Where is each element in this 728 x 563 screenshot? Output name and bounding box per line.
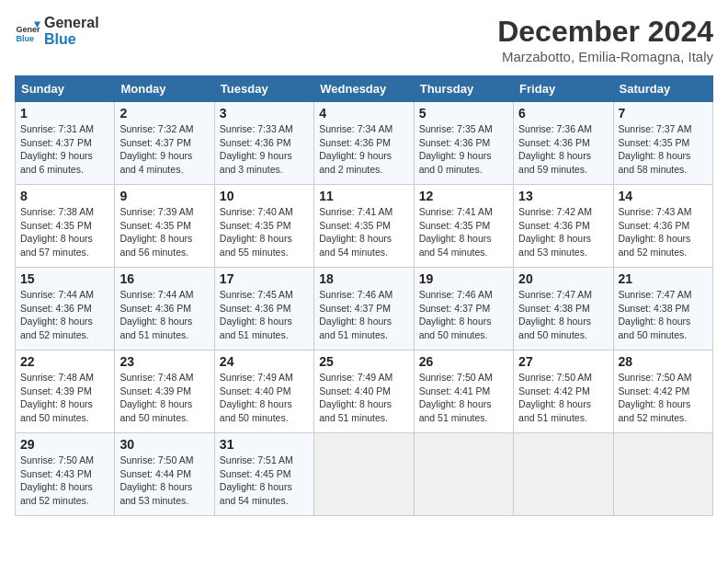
logo-icon: General Blue	[15, 18, 40, 44]
day-info: Sunrise: 7:49 AMSunset: 4:40 PMDaylight:…	[220, 371, 309, 425]
day-number: 26	[419, 354, 508, 369]
day-info: Sunrise: 7:49 AMSunset: 4:40 PMDaylight:…	[319, 371, 408, 425]
day-info: Sunrise: 7:46 AMSunset: 4:37 PMDaylight:…	[319, 288, 408, 342]
calendar-cell: 25Sunrise: 7:49 AMSunset: 4:40 PMDayligh…	[314, 350, 414, 433]
calendar-cell: 15Sunrise: 7:44 AMSunset: 4:36 PMDayligh…	[16, 268, 115, 350]
calendar-cell: 9Sunrise: 7:39 AMSunset: 4:35 PMDaylight…	[115, 185, 214, 268]
day-number: 6	[518, 106, 608, 121]
day-number: 4	[319, 106, 408, 121]
day-info: Sunrise: 7:50 AMSunset: 4:42 PMDaylight:…	[518, 371, 608, 425]
calendar-cell	[514, 433, 613, 516]
calendar-cell: 10Sunrise: 7:40 AMSunset: 4:35 PMDayligh…	[214, 185, 313, 268]
calendar-cell: 23Sunrise: 7:48 AMSunset: 4:39 PMDayligh…	[115, 350, 214, 433]
calendar-cell: 2Sunrise: 7:32 AMSunset: 4:37 PMDaylight…	[115, 102, 214, 185]
logo-text: General	[44, 15, 99, 31]
calendar-week-row: 8Sunrise: 7:38 AMSunset: 4:35 PMDaylight…	[16, 185, 713, 268]
calendar-cell: 16Sunrise: 7:44 AMSunset: 4:36 PMDayligh…	[115, 268, 214, 350]
day-info: Sunrise: 7:50 AMSunset: 4:44 PMDaylight:…	[119, 454, 209, 508]
day-number: 22	[20, 354, 109, 369]
weekday-header-friday: Friday	[514, 76, 613, 102]
day-info: Sunrise: 7:47 AMSunset: 4:38 PMDaylight:…	[518, 288, 608, 342]
day-number: 27	[518, 354, 608, 369]
day-number: 18	[319, 271, 408, 286]
calendar-cell: 1Sunrise: 7:31 AMSunset: 4:37 PMDaylight…	[16, 102, 115, 185]
calendar-cell: 24Sunrise: 7:49 AMSunset: 4:40 PMDayligh…	[214, 350, 313, 433]
day-number: 15	[20, 271, 109, 286]
calendar-cell: 14Sunrise: 7:43 AMSunset: 4:36 PMDayligh…	[613, 185, 712, 268]
calendar-cell: 31Sunrise: 7:51 AMSunset: 4:45 PMDayligh…	[214, 433, 313, 516]
day-info: Sunrise: 7:35 AMSunset: 4:36 PMDaylight:…	[419, 122, 508, 177]
calendar-cell: 13Sunrise: 7:42 AMSunset: 4:36 PMDayligh…	[514, 185, 613, 268]
day-number: 30	[119, 437, 209, 452]
day-info: Sunrise: 7:48 AMSunset: 4:39 PMDaylight:…	[20, 371, 109, 425]
day-info: Sunrise: 7:44 AMSunset: 4:36 PMDaylight:…	[119, 288, 209, 342]
month-title: December 2024	[497, 15, 713, 49]
day-info: Sunrise: 7:32 AMSunset: 4:37 PMDaylight:…	[119, 122, 209, 177]
calendar-cell: 17Sunrise: 7:45 AMSunset: 4:36 PMDayligh…	[214, 268, 313, 350]
calendar-cell: 3Sunrise: 7:33 AMSunset: 4:36 PMDaylight…	[214, 102, 313, 185]
day-info: Sunrise: 7:46 AMSunset: 4:37 PMDaylight:…	[419, 288, 508, 342]
calendar-cell: 11Sunrise: 7:41 AMSunset: 4:35 PMDayligh…	[314, 185, 414, 268]
day-info: Sunrise: 7:44 AMSunset: 4:36 PMDaylight:…	[20, 288, 109, 342]
day-number: 29	[20, 437, 109, 452]
day-info: Sunrise: 7:50 AMSunset: 4:41 PMDaylight:…	[419, 371, 508, 425]
calendar-cell: 22Sunrise: 7:48 AMSunset: 4:39 PMDayligh…	[16, 350, 115, 433]
day-info: Sunrise: 7:50 AMSunset: 4:43 PMDaylight:…	[20, 454, 109, 508]
day-number: 3	[220, 106, 309, 121]
calendar-table: SundayMondayTuesdayWednesdayThursdayFrid…	[15, 75, 713, 516]
day-info: Sunrise: 7:33 AMSunset: 4:36 PMDaylight:…	[220, 122, 309, 177]
calendar-week-row: 15Sunrise: 7:44 AMSunset: 4:36 PMDayligh…	[16, 268, 713, 350]
calendar-cell: 28Sunrise: 7:50 AMSunset: 4:42 PMDayligh…	[613, 350, 712, 433]
calendar-cell: 30Sunrise: 7:50 AMSunset: 4:44 PMDayligh…	[115, 433, 214, 516]
day-number: 17	[220, 271, 309, 286]
day-number: 31	[220, 437, 309, 452]
day-number: 25	[319, 354, 408, 369]
weekday-header-thursday: Thursday	[414, 76, 513, 102]
day-info: Sunrise: 7:50 AMSunset: 4:42 PMDaylight:…	[619, 371, 708, 425]
calendar-cell: 18Sunrise: 7:46 AMSunset: 4:37 PMDayligh…	[314, 268, 414, 350]
day-number: 13	[518, 189, 608, 203]
calendar-cell: 7Sunrise: 7:37 AMSunset: 4:35 PMDaylight…	[613, 102, 712, 185]
day-number: 8	[20, 189, 109, 203]
calendar-cell: 5Sunrise: 7:35 AMSunset: 4:36 PMDaylight…	[414, 102, 513, 185]
calendar-cell: 20Sunrise: 7:47 AMSunset: 4:38 PMDayligh…	[514, 268, 613, 350]
svg-text:Blue: Blue	[16, 33, 34, 42]
day-number: 19	[419, 271, 508, 286]
day-info: Sunrise: 7:40 AMSunset: 4:35 PMDaylight:…	[220, 205, 309, 259]
calendar-cell: 21Sunrise: 7:47 AMSunset: 4:38 PMDayligh…	[613, 268, 712, 350]
logo: General Blue General Blue	[15, 15, 99, 47]
weekday-header-wednesday: Wednesday	[314, 76, 414, 102]
calendar-week-row: 22Sunrise: 7:48 AMSunset: 4:39 PMDayligh…	[16, 350, 713, 433]
day-number: 9	[119, 189, 209, 203]
calendar-cell: 19Sunrise: 7:46 AMSunset: 4:37 PMDayligh…	[414, 268, 513, 350]
calendar-cell: 26Sunrise: 7:50 AMSunset: 4:41 PMDayligh…	[414, 350, 513, 433]
day-info: Sunrise: 7:48 AMSunset: 4:39 PMDaylight:…	[119, 371, 209, 425]
weekday-header-tuesday: Tuesday	[214, 76, 313, 102]
day-info: Sunrise: 7:31 AMSunset: 4:37 PMDaylight:…	[20, 122, 109, 177]
day-number: 10	[220, 189, 309, 203]
day-info: Sunrise: 7:43 AMSunset: 4:36 PMDaylight:…	[619, 205, 708, 259]
calendar-cell	[613, 433, 712, 516]
day-info: Sunrise: 7:47 AMSunset: 4:38 PMDaylight:…	[619, 288, 708, 342]
day-info: Sunrise: 7:36 AMSunset: 4:36 PMDaylight:…	[518, 122, 608, 177]
weekday-header-saturday: Saturday	[613, 76, 712, 102]
day-info: Sunrise: 7:39 AMSunset: 4:35 PMDaylight:…	[119, 205, 209, 259]
header: General Blue General Blue December 2024 …	[15, 15, 713, 64]
day-number: 11	[319, 189, 408, 203]
day-number: 21	[619, 271, 708, 286]
calendar-week-row: 29Sunrise: 7:50 AMSunset: 4:43 PMDayligh…	[16, 433, 713, 516]
day-number: 14	[619, 189, 708, 203]
day-info: Sunrise: 7:34 AMSunset: 4:36 PMDaylight:…	[319, 122, 408, 177]
weekday-header-row: SundayMondayTuesdayWednesdayThursdayFrid…	[16, 76, 713, 102]
title-block: December 2024 Marzabotto, Emilia-Romagna…	[497, 15, 713, 64]
day-number: 24	[220, 354, 309, 369]
day-info: Sunrise: 7:41 AMSunset: 4:35 PMDaylight:…	[319, 205, 408, 259]
day-number: 1	[20, 106, 109, 121]
calendar-cell: 8Sunrise: 7:38 AMSunset: 4:35 PMDaylight…	[16, 185, 115, 268]
day-number: 28	[619, 354, 708, 369]
calendar-cell: 27Sunrise: 7:50 AMSunset: 4:42 PMDayligh…	[514, 350, 613, 433]
calendar-cell	[314, 433, 414, 516]
calendar-cell: 29Sunrise: 7:50 AMSunset: 4:43 PMDayligh…	[16, 433, 115, 516]
calendar-week-row: 1Sunrise: 7:31 AMSunset: 4:37 PMDaylight…	[16, 102, 713, 185]
day-info: Sunrise: 7:45 AMSunset: 4:36 PMDaylight:…	[220, 288, 309, 342]
